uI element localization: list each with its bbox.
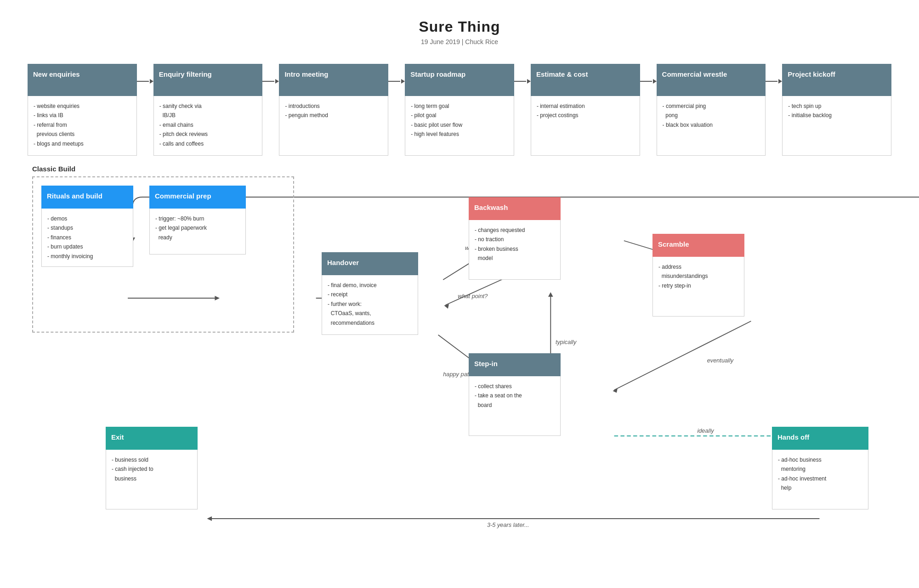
- stage-project-kickoff-body: - tech spin up- initialise backlog: [782, 96, 891, 156]
- stage-project-kickoff: Project kickoff - tech spin up- initiali…: [782, 64, 891, 156]
- ideally-label: ideally: [697, 428, 714, 434]
- svg-marker-20: [207, 516, 212, 521]
- arrow-1: [137, 64, 153, 85]
- box-scramble: Scramble - address misunderstandings- re…: [652, 234, 744, 317]
- box-commercial-prep-body: - trigger: ~80% burn- get legal paperwor…: [149, 209, 246, 254]
- stage-startup-roadmap: Startup roadmap - long term goal- pilot …: [405, 64, 514, 156]
- box-commercial-prep: Commercial prep - trigger: ~80% burn- ge…: [149, 186, 246, 254]
- box-exit-body: - business sold- cash injected to busine…: [106, 450, 198, 509]
- arrow-right-icon: [262, 78, 279, 85]
- stage-enquiry-filtering-body: - sanity check via IB/JB- email chains- …: [153, 96, 263, 156]
- arrow-5: [640, 64, 657, 85]
- box-step-in: Step-in - collect shares- take a seat on…: [469, 353, 561, 436]
- box-exit-header: Exit: [106, 427, 198, 450]
- stage-new-enquiries-header: New enquiries: [28, 64, 137, 96]
- stage-commercial-wrestle: Commercial wrestle - commercial ping pon…: [657, 64, 766, 156]
- page-title: Sure Thing: [0, 18, 919, 35]
- svg-marker-8: [444, 304, 449, 309]
- eventually-label: eventually: [707, 357, 734, 364]
- box-exit: Exit - business sold- cash injected to b…: [106, 427, 198, 509]
- classic-build-label: Classic Build: [32, 165, 75, 173]
- stage-intro-meeting-header: Intro meeting: [279, 64, 388, 96]
- stage-startup-roadmap-header: Startup roadmap: [405, 64, 514, 96]
- arrow-right-icon: [388, 78, 405, 85]
- box-rituals-build-header: Rituals and build: [41, 186, 133, 209]
- typically-label: typically: [556, 339, 577, 345]
- box-backwash-body: - changes requested- no traction- broken…: [469, 220, 561, 280]
- stage-new-enquiries: New enquiries - website enquiries- links…: [28, 64, 137, 156]
- arrow-right-icon: [640, 78, 657, 85]
- stage-commercial-wrestle-header: Commercial wrestle: [657, 64, 766, 96]
- box-hands-off: Hands off - ad-hoc business mentoring- a…: [772, 427, 868, 509]
- box-rituals-build-body: - demos- standups- finances- burn update…: [41, 209, 133, 267]
- years-later-label: 3-5 years later...: [487, 522, 529, 528]
- top-stages-row: New enquiries - website enquiries- links…: [0, 55, 919, 156]
- arrow-right-icon: [137, 78, 153, 85]
- stage-estimate-cost-body: - internal estimation- project costings: [531, 96, 640, 156]
- stage-intro-meeting-body: - introductions- penguin method: [279, 96, 388, 156]
- stage-intro-meeting: Intro meeting - introductions- penguin m…: [279, 64, 388, 156]
- happy-path-label: happy path: [443, 371, 472, 378]
- arrow-right-icon: [766, 78, 782, 85]
- stage-project-kickoff-header: Project kickoff: [782, 64, 891, 96]
- arrow-3: [388, 64, 405, 85]
- box-handover: Handover - final demo, invoice- receipt-…: [322, 252, 418, 335]
- main-diagram: why? what point? happy path typically ev…: [28, 160, 919, 588]
- arrow-2: [262, 64, 279, 85]
- box-handover-body: - final demo, invoice- receipt- further …: [322, 275, 418, 335]
- box-hands-off-header: Hands off: [772, 427, 868, 450]
- stage-enquiry-filtering-header: Enquiry filtering: [153, 64, 263, 96]
- arrow-right-icon: [514, 78, 531, 85]
- page-subtitle: 19 June 2019 | Chuck Rice: [0, 38, 919, 45]
- box-backwash-header: Backwash: [469, 197, 561, 220]
- stage-enquiry-filtering: Enquiry filtering - sanity check via IB/…: [153, 64, 263, 156]
- stage-commercial-wrestle-body: - commercial ping pong- black box valuat…: [657, 96, 766, 156]
- stage-estimate-cost: Estimate & cost - internal estimation- p…: [531, 64, 640, 156]
- svg-marker-16: [613, 388, 618, 393]
- box-step-in-body: - collect shares- take a seat on the boa…: [469, 376, 561, 436]
- box-hands-off-body: - ad-hoc business mentoring- ad-hoc inve…: [772, 450, 868, 509]
- box-commercial-prep-header: Commercial prep: [149, 186, 246, 209]
- box-scramble-body: - address misunderstandings- retry step-…: [652, 257, 744, 317]
- arrow-4: [514, 64, 531, 85]
- svg-line-15: [614, 321, 751, 390]
- what-point-label: what point?: [458, 293, 488, 300]
- svg-marker-12: [548, 292, 553, 297]
- box-rituals-build: Rituals and build - demos- standups- fin…: [41, 186, 133, 267]
- box-step-in-header: Step-in: [469, 353, 561, 376]
- box-scramble-header: Scramble: [652, 234, 744, 257]
- stage-new-enquiries-body: - website enquiries- links via IB- refer…: [28, 96, 137, 156]
- page-header: Sure Thing 19 June 2019 | Chuck Rice: [0, 0, 919, 55]
- stage-startup-roadmap-body: - long term goal- pilot goal- basic pilo…: [405, 96, 514, 156]
- arrow-6: [766, 64, 782, 85]
- box-backwash: Backwash - changes requested- no tractio…: [469, 197, 561, 280]
- box-handover-header: Handover: [322, 252, 418, 275]
- stage-estimate-cost-header: Estimate & cost: [531, 64, 640, 96]
